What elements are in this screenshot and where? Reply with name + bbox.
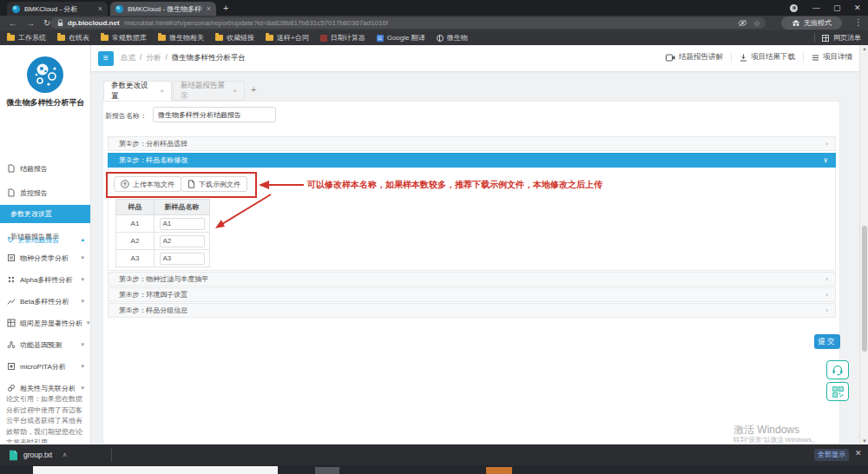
sidebar-item-gene-prediction[interactable]: 功能基因预测 ▾ bbox=[0, 337, 91, 352]
bookmark-item[interactable]: 日期计算器 bbox=[320, 33, 365, 43]
new-name-input[interactable] bbox=[160, 235, 205, 247]
qr-code-button[interactable] bbox=[826, 382, 849, 401]
browser-tab-1[interactable]: BMKCloud - 分析 × bbox=[7, 2, 108, 16]
submit-button[interactable]: 提交 bbox=[814, 334, 840, 349]
back-icon[interactable]: ← bbox=[9, 19, 17, 28]
sidebar-item-group-difference[interactable]: 组间差异显著性分析 ▾ bbox=[0, 315, 91, 331]
report-name-label: 新报告名称： bbox=[105, 111, 147, 121]
taskbar-app-icon[interactable] bbox=[315, 467, 339, 474]
windows-taskbar bbox=[0, 465, 868, 474]
folder-icon bbox=[266, 35, 273, 41]
project-download-button[interactable]: 项目结果下载 bbox=[740, 52, 795, 63]
sidebar-subitem-new-report-display[interactable]: 新结题报告展示 bbox=[0, 228, 91, 244]
profile-icon[interactable] bbox=[790, 0, 798, 16]
reading-list-button[interactable]: 网页清单 bbox=[814, 33, 861, 43]
breadcrumb-analysis[interactable]: 分析 bbox=[146, 53, 161, 63]
url-path: /microbial.html#/zh/personal/report/upda… bbox=[124, 19, 388, 27]
scrollbar-thumb[interactable] bbox=[862, 226, 867, 352]
step-2-sample-rename[interactable]: 第②步：样品名称修改 ∨ bbox=[108, 153, 836, 168]
line-chart-icon bbox=[7, 297, 16, 306]
calculator-icon bbox=[320, 35, 327, 42]
incognito-badge: 无痕模式 bbox=[781, 16, 842, 30]
bookmark-item[interactable]: 微生物相关 bbox=[158, 33, 204, 43]
menu-toggle-button[interactable]: ≡ bbox=[98, 51, 114, 66]
taskbar-search-box[interactable] bbox=[33, 466, 278, 474]
tab-close-icon[interactable]: × bbox=[207, 5, 211, 13]
square-icon bbox=[7, 362, 16, 371]
step-3-species-filter[interactable]: 第③步：物种过滤与丰度抽平 › bbox=[108, 272, 836, 286]
sidebar-item-report[interactable]: 结题报告 bbox=[0, 161, 91, 176]
customer-service-button[interactable] bbox=[826, 360, 849, 379]
page-scrollbar[interactable]: ▲ ▼ bbox=[859, 45, 868, 444]
sidebar-subitem-parameter-settings-selected[interactable]: 参数更改设置 bbox=[0, 205, 91, 223]
show-all-downloads-button[interactable]: 全部显示 bbox=[814, 449, 849, 461]
chevron-down-icon: ▾ bbox=[81, 298, 84, 305]
sidebar-item-alpha-diversity[interactable]: Alpha多样性分析 ▾ bbox=[0, 272, 91, 287]
tab-close-icon[interactable]: × bbox=[233, 87, 237, 95]
new-name-input[interactable] bbox=[160, 253, 205, 265]
breadcrumb-separator: / bbox=[165, 53, 167, 63]
bookmark-item[interactable]: GGoogle 翻译 bbox=[377, 33, 425, 43]
upload-icon bbox=[121, 180, 129, 188]
bmkcloud-favicon bbox=[115, 5, 123, 13]
bookmark-label: 微生物相关 bbox=[169, 33, 204, 43]
address-bar[interactable]: dp.biocloud.net /microbial.html#/zh/pers… bbox=[50, 17, 766, 29]
upload-local-file-button[interactable]: 上传本地文件 bbox=[114, 176, 181, 192]
chevron-up-icon[interactable]: ∧ bbox=[62, 451, 67, 458]
table-row: A3 bbox=[116, 250, 210, 267]
new-name-input[interactable] bbox=[160, 218, 205, 230]
table-icon bbox=[7, 319, 16, 327]
scroll-up-icon[interactable]: ▲ bbox=[860, 46, 868, 51]
workspace-tab-parameter-settings[interactable]: 参数更改设置 × bbox=[103, 81, 172, 101]
minimize-button[interactable]: — bbox=[812, 0, 820, 16]
taskbar-app-icon-orange[interactable] bbox=[486, 467, 512, 474]
report-name-input[interactable] bbox=[153, 107, 276, 122]
folder-icon bbox=[101, 35, 108, 41]
sidebar-item-beta-diversity[interactable]: Beta多样性分析 ▾ bbox=[0, 293, 91, 309]
bookmark-label: 微生物 bbox=[447, 33, 468, 43]
bookmark-item[interactable]: 收藏链接 bbox=[215, 33, 254, 43]
browser-tab-2-active[interactable]: BMKCloud - 微生物多样性分析 × bbox=[110, 2, 216, 16]
workspace-tab-new-report-display[interactable]: 新结题报告展示 × bbox=[173, 81, 245, 101]
browser-menu-icon[interactable]: ⋮ bbox=[854, 17, 863, 27]
forward-icon[interactable]: → bbox=[26, 19, 35, 28]
scroll-down-icon[interactable]: ▼ bbox=[860, 438, 868, 444]
close-download-bar-icon[interactable]: ✕ bbox=[855, 449, 862, 458]
download-item-group-txt[interactable]: group.txt ∧ bbox=[9, 447, 67, 463]
project-details-button[interactable]: 项目详情 bbox=[812, 52, 852, 63]
tab-close-icon[interactable]: × bbox=[98, 5, 102, 13]
table-header-sample: 样品 bbox=[116, 200, 155, 215]
sidebar-item-micropita[interactable]: microPITA分析 ▾ bbox=[0, 359, 91, 374]
bookmark-item[interactable]: 送样+合同 bbox=[266, 33, 309, 43]
new-browser-tab-button[interactable]: + bbox=[223, 3, 228, 13]
sidebar-item-taxonomy[interactable]: 物种分类学分析 ▾ bbox=[0, 250, 91, 266]
sidebar-item-label: 结题报告 bbox=[20, 164, 48, 174]
add-workspace-tab-button[interactable]: + bbox=[251, 84, 256, 95]
download-example-file-button[interactable]: 下载示例文件 bbox=[181, 176, 247, 192]
app-topbar: ≡ 总览 / 分析 / 微生物多样性分析平台 结题报告讲解 项目结果下载 项目详… bbox=[91, 45, 868, 71]
eye-off-icon[interactable] bbox=[738, 19, 747, 27]
bookmark-star-icon[interactable]: ☆ bbox=[753, 19, 760, 28]
sidebar-item-label: 物种分类学分析 bbox=[20, 253, 69, 263]
action-label: 结题报告讲解 bbox=[679, 52, 723, 63]
screen: BMKCloud - 分析 × BMKCloud - 微生物多样性分析 × + … bbox=[0, 0, 868, 474]
red-annotation-text: 可以修改样本名称，如果样本数较多，推荐下载示例文件，本地修改之后上传 bbox=[307, 179, 602, 191]
report-explain-button[interactable]: 结题报告讲解 bbox=[666, 52, 723, 63]
bookmark-item[interactable]: 工作系统 bbox=[7, 33, 46, 43]
tab-close-icon[interactable]: × bbox=[160, 87, 164, 95]
step-1-sample-selection[interactable]: 第①步：分析样品选择 › bbox=[108, 136, 836, 151]
bookmark-item[interactable]: 微生物 bbox=[437, 33, 468, 43]
folder-icon bbox=[7, 35, 15, 41]
step-label: 第⑤步：样品分组信息 bbox=[119, 306, 187, 315]
google-translate-icon: G bbox=[377, 35, 384, 42]
close-button[interactable]: ✕ bbox=[854, 0, 861, 16]
breadcrumb-overview[interactable]: 总览 bbox=[121, 53, 135, 63]
bookmark-item[interactable]: 在线表 bbox=[57, 33, 89, 43]
bookmark-item[interactable]: 常规数据库 bbox=[101, 33, 147, 43]
step-4-env-factor[interactable]: 第④步：环境因子设置 › bbox=[108, 287, 836, 302]
sidebar-item-qc-report[interactable]: 质控报告 bbox=[0, 185, 91, 201]
sidebar-item-label: Beta多样性分析 bbox=[20, 297, 69, 306]
step-5-group-info[interactable]: 第⑤步：样品分组信息 › bbox=[108, 303, 836, 318]
maximize-button[interactable]: ▢ bbox=[833, 0, 841, 16]
step-label: 第②步：样品名称修改 bbox=[119, 155, 187, 165]
